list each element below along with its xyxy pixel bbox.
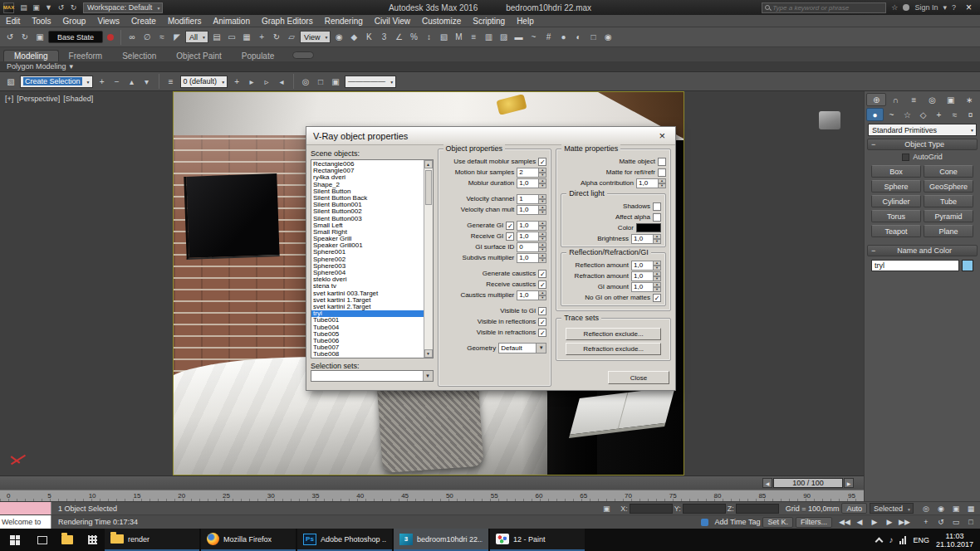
y-coordinate-field[interactable] <box>683 504 726 514</box>
auto-key-button[interactable]: Auto <box>841 503 867 514</box>
go-to-start-icon[interactable]: ◀◀ <box>837 516 852 528</box>
primitives-dropdown[interactable]: Standard Primitives <box>868 124 977 136</box>
property-checkbox[interactable]: ✓ <box>538 158 546 166</box>
previous-frame-icon[interactable]: ◀ <box>852 516 867 528</box>
trace-exclude-button[interactable]: Reflection exclude... <box>566 328 661 340</box>
taskbar-app-photoshop[interactable]: Ps Adobe Photoshop ... <box>297 529 392 551</box>
add-selection-to-layer-icon[interactable]: ▸ <box>244 74 259 90</box>
object-type-rollout-header[interactable]: − Object Type <box>867 139 978 150</box>
open-file-icon[interactable]: ▣ <box>30 2 42 13</box>
use-pivot-point-icon[interactable]: ◉ <box>331 29 346 45</box>
dialog-close-button[interactable]: Close <box>608 371 669 384</box>
property-spinner[interactable]: 1,0▲▼ <box>517 221 546 231</box>
pan-icon[interactable]: + <box>919 516 933 528</box>
shapes-category-icon[interactable]: ~ <box>884 108 899 121</box>
scrollbar-thumb[interactable] <box>425 170 432 205</box>
primitive-button[interactable]: Pyramid <box>924 210 973 222</box>
property-checkbox[interactable]: ✓ <box>538 307 546 315</box>
select-and-link-icon[interactable]: ∞ <box>125 29 140 45</box>
create-new-layer-icon[interactable]: + <box>229 74 244 90</box>
property-checkbox[interactable]: ✓ <box>506 232 514 241</box>
property-checkbox[interactable] <box>658 168 666 177</box>
primitive-button[interactable]: Tube <box>924 195 973 207</box>
rectangular-selection-region-icon[interactable]: ▭ <box>224 29 239 45</box>
material-editor-icon[interactable]: ● <box>556 29 571 45</box>
undo-icon[interactable]: ↺ <box>55 2 67 13</box>
mirror-icon[interactable]: M <box>451 29 466 45</box>
maximize-viewport-icon[interactable]: □ <box>963 516 978 528</box>
macro-recorder-strip[interactable] <box>0 502 51 514</box>
maxscript-mini-listener[interactable]: Welcome to <box>0 515 51 529</box>
property-checkbox[interactable] <box>653 202 661 211</box>
menu-item[interactable]: Help <box>511 15 540 27</box>
play-icon[interactable]: ▶ <box>867 516 882 528</box>
autogrid-checkbox[interactable] <box>902 154 909 161</box>
menu-item[interactable]: Civil View <box>369 15 416 27</box>
zoom-extents-icon[interactable]: ▣ <box>948 503 963 514</box>
base-state-button[interactable]: Base State <box>48 31 103 43</box>
property-spinner[interactable]: 1▲▼ <box>517 194 546 204</box>
layer-manager-icon[interactable]: ≡ <box>164 74 179 90</box>
primitive-button[interactable]: Cone <box>924 165 973 178</box>
time-slider-track[interactable]: ◀ 100 / 100 ▶ <box>0 475 864 490</box>
select-and-move-icon[interactable]: + <box>254 29 269 45</box>
primitive-button[interactable]: Torus <box>871 210 921 222</box>
volume-icon[interactable]: ♪ <box>889 535 893 544</box>
selection-filter-dropdown[interactable]: All <box>185 31 208 43</box>
angle-snap-icon[interactable]: ∠ <box>391 29 406 45</box>
viewport-view-menu[interactable]: [Perspective] <box>17 95 60 103</box>
viewport-menu-plus[interactable]: [+] <box>5 95 13 103</box>
window-crossing-icon[interactable]: ▦ <box>239 29 254 45</box>
property-checkbox[interactable] <box>653 213 661 222</box>
language-indicator[interactable]: ENG <box>913 536 929 544</box>
line-style-dropdown[interactable]: ————— <box>345 76 396 88</box>
menu-item[interactable]: Rendering <box>319 15 369 27</box>
track-bar-ruler[interactable]: 05101520253035404550556065707580859095 <box>0 490 864 501</box>
property-checkbox[interactable]: ✓ <box>506 222 514 230</box>
subtract-from-set-icon[interactable]: ▾ <box>140 74 154 90</box>
viewcube[interactable] <box>819 111 840 129</box>
selection-sets-dropdown[interactable]: ▼ <box>311 370 434 382</box>
taskbar-app-firefox[interactable]: Mozilla Firefox <box>201 529 296 551</box>
ribbon-tab[interactable]: Modeling <box>3 50 59 61</box>
previous-frame-arrow-icon[interactable]: ◀ <box>762 478 772 488</box>
spinner-snap-icon[interactable]: ↕ <box>421 29 436 45</box>
ribbon-toggle-icon[interactable]: ▬ <box>511 29 526 45</box>
new-scene-icon[interactable]: ▤ <box>17 2 30 13</box>
next-frame-icon[interactable]: ▶ <box>882 516 897 528</box>
geometry-dropdown[interactable]: Default▼ <box>498 343 546 354</box>
primitive-button[interactable]: Sphere <box>871 180 921 193</box>
curve-editor-icon[interactable]: ~ <box>526 29 541 45</box>
file-explorer-icon[interactable] <box>55 529 80 551</box>
ribbon-minimize-toggle[interactable] <box>292 51 314 59</box>
search-box[interactable] <box>762 2 886 13</box>
name-color-rollout-header[interactable]: − Name and Color <box>867 245 978 256</box>
property-spinner[interactable]: 1,0▲▼ <box>517 290 546 300</box>
zoom-region-icon[interactable]: ▭ <box>948 516 963 528</box>
menu-item[interactable]: Modifiers <box>162 15 208 27</box>
select-and-scale-icon[interactable]: ▱ <box>284 29 299 45</box>
systems-category-icon[interactable]: ¤ <box>963 108 978 121</box>
taskbar-app-3dsmax[interactable]: 3 bedroom10hdri 22... <box>394 529 488 551</box>
layer-dropdown[interactable]: 0 (default) <box>180 76 228 88</box>
percent-snap-icon[interactable]: % <box>406 29 421 45</box>
clock[interactable]: 11:03 21.10.2017 <box>936 532 973 549</box>
zoom-icon[interactable]: ◎ <box>919 503 933 514</box>
geometry-category-icon[interactable]: ● <box>866 108 884 121</box>
add-time-tag[interactable]: Add Time Tag <box>715 518 761 526</box>
menu-item[interactable]: Edit <box>0 15 26 27</box>
bind-to-space-warp-icon[interactable]: ≈ <box>154 29 169 45</box>
save-file-icon[interactable]: ▼ <box>42 2 55 13</box>
add-to-set-icon[interactable]: ▴ <box>125 74 140 90</box>
search-input[interactable] <box>772 4 883 12</box>
menu-item[interactable]: Views <box>91 15 125 27</box>
property-spinner[interactable]: 1,0▲▼ <box>517 205 546 215</box>
display-tab-icon[interactable]: ▣ <box>942 93 960 106</box>
display-floater-icon[interactable]: □ <box>313 74 328 90</box>
taskbar-app-explorer-render[interactable]: render <box>105 529 199 551</box>
property-checkbox[interactable]: ✓ <box>538 329 546 337</box>
viewport-shading-menu[interactable]: [Shaded] <box>63 95 93 103</box>
utilities-tab-icon[interactable]: ∗ <box>960 93 978 106</box>
cameras-category-icon[interactable]: ◇ <box>915 108 931 121</box>
named-selection-sets-icon[interactable]: ▧ <box>3 74 18 90</box>
